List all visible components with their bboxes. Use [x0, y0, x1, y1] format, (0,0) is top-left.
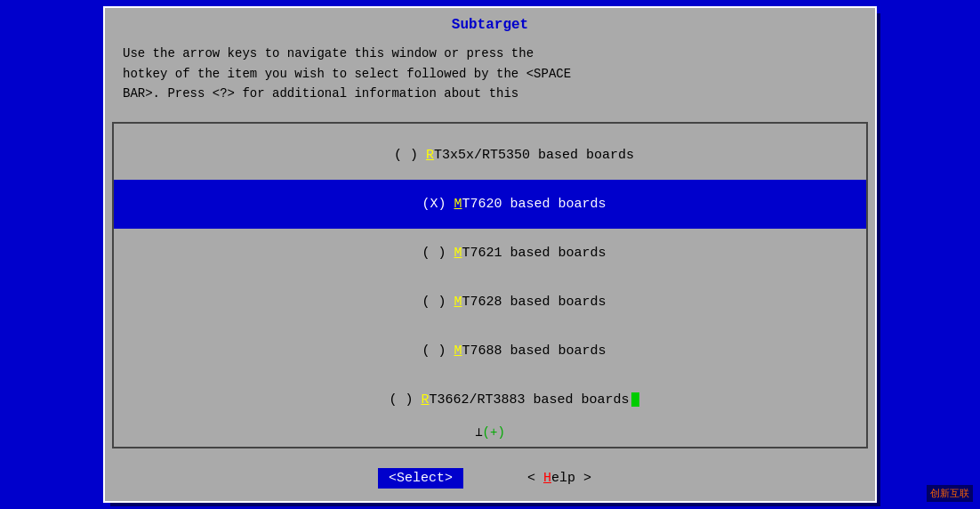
select-button[interactable]: <Select>	[378, 468, 463, 489]
list-item-mt7621[interactable]: ( ) MT7621 based boards	[114, 229, 866, 278]
dialog-title: Subtarget	[105, 8, 875, 38]
hotkey-rt3x5x: R	[426, 148, 434, 163]
description-line1: Use the arrow keys to navigate this wind…	[123, 44, 857, 63]
label-mt7628: T7628 based boards	[462, 295, 606, 310]
list-item-mt7628[interactable]: ( ) MT7628 based boards	[114, 278, 866, 327]
list-item-rt3x5x[interactable]: ( ) RT3x5x/RT5350 based boards	[114, 131, 866, 180]
radio-rt3662: ( )	[389, 392, 421, 408]
hotkey-mt7628: M	[454, 295, 462, 310]
watermark: 创新互联	[927, 485, 973, 502]
description-line3: BAR>. Press <?> for additional informati…	[123, 84, 857, 103]
label-mt7688: T7688 based boards	[462, 343, 606, 359]
radio-mt7628: ( )	[422, 295, 454, 310]
radio-rt3x5x: ( )	[394, 148, 426, 163]
up-arrow-icon: ⊥	[475, 425, 482, 440]
hotkey-mt7621: M	[454, 246, 462, 261]
help-button[interactable]: < Help >	[517, 468, 602, 489]
radio-mt7688: ( )	[422, 343, 454, 359]
list-item-mt7620[interactable]: (X) MT7620 based boards	[114, 180, 866, 229]
subtarget-dialog: Subtarget Use the arrow keys to navigate…	[103, 6, 877, 502]
label-mt7620: T7620 based boards	[462, 197, 606, 212]
buttons-row: <Select> < Help >	[105, 457, 875, 501]
options-list: ( ) RT3x5x/RT5350 based boards (X) MT762…	[112, 122, 868, 448]
list-item-rt3662[interactable]: ( ) RT3662/RT3883 based boards	[114, 376, 866, 424]
radio-mt7620: (X)	[422, 197, 454, 212]
radio-mt7621: ( )	[422, 246, 454, 261]
more-indicator: ⊥(+)	[114, 424, 866, 440]
plus-indicator: (+)	[483, 425, 505, 440]
label-rt3x5x: T3x5x/RT5350 based boards	[434, 148, 634, 163]
dialog-body: Use the arrow keys to navigate this wind…	[105, 38, 875, 112]
help-suffix: elp >	[551, 471, 591, 486]
cursor-indicator	[631, 392, 639, 407]
help-hotkey: H	[543, 471, 551, 486]
hotkey-rt3662: R	[421, 392, 429, 408]
label-rt3662: T3662/RT3883 based boards	[430, 392, 630, 408]
help-prefix: <	[527, 471, 543, 486]
list-item-mt7688[interactable]: ( ) MT7688 based boards	[114, 327, 866, 376]
hotkey-mt7688: M	[454, 343, 462, 359]
description-line2: hotkey of the item you wish to select fo…	[123, 64, 857, 84]
hotkey-mt7620: M	[454, 197, 462, 212]
label-mt7621: T7621 based boards	[462, 246, 606, 261]
